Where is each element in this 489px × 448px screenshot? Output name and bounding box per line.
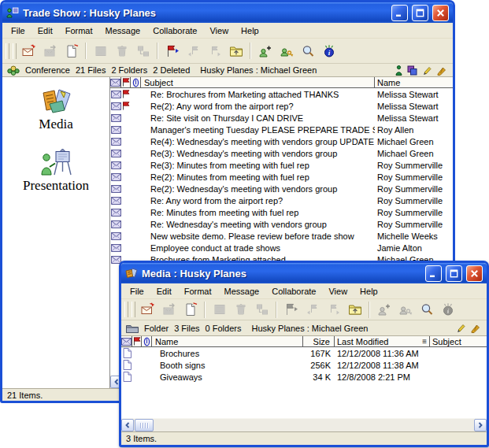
row-name: Brochures (152, 349, 303, 358)
maximize-button[interactable] (446, 265, 462, 282)
menu-view[interactable]: View (203, 24, 235, 37)
menu-file[interactable]: File (5, 24, 31, 37)
flag-button[interactable] (161, 42, 183, 61)
permissions-button[interactable] (276, 42, 297, 61)
new-document-button[interactable] (180, 300, 201, 319)
close-button[interactable] (466, 265, 483, 282)
toolbar-separator (369, 302, 370, 318)
permissions-icon (398, 302, 413, 317)
next-unread-button (204, 42, 225, 61)
maximize-button[interactable] (412, 5, 428, 21)
list-header: Subject Name (110, 77, 453, 88)
new-message-button[interactable] (137, 300, 158, 319)
menu-collaborate[interactable]: Collaborate (146, 24, 203, 37)
titlebar-media[interactable]: Media : Husky Planes (121, 263, 487, 283)
summary-bar: Conference 21 Files 2 Folders 2 Deleted … (2, 64, 453, 77)
scroll-left-button[interactable] (121, 419, 134, 431)
titlebar-trade-show[interactable]: Trade Show : Husky Planes (2, 2, 453, 23)
menu-message[interactable]: Message (218, 285, 266, 298)
column-header-attachment[interactable] (131, 77, 141, 88)
file-row[interactable]: Giveaways34 K12/8/2008 2:21 PM (121, 371, 487, 383)
message-row[interactable]: Re(4): Wednesday's meeting with vendors … (110, 135, 453, 147)
delete-icon (115, 44, 129, 58)
message-row[interactable]: Manager's meeting Tuesday PLEASE PREPARE… (110, 124, 453, 135)
column-header-modified[interactable]: Last Modified ≡ (335, 336, 430, 347)
message-row[interactable]: Re(2): Minutes from meeting with fuel re… (110, 171, 453, 183)
add-member-button (373, 300, 395, 319)
message-row[interactable]: Re(2): Wednesday's meeting with vendors … (110, 183, 453, 194)
message-row[interactable]: Re(3): Minutes from meeting with fuel re… (110, 159, 453, 171)
scrollbar-thumb[interactable] (135, 419, 154, 431)
message-row[interactable]: Re: Any word from the airport rep?Roy Su… (110, 194, 453, 206)
menu-message[interactable]: Message (99, 24, 147, 37)
menu-help[interactable]: Help (235, 24, 265, 37)
sidebar-item-label: Presentation (23, 178, 89, 194)
row-name: Booth signs (152, 361, 303, 370)
message-row[interactable]: Re: Minutes from meeting with fuel repRo… (110, 206, 453, 218)
menu-file[interactable]: File (124, 285, 150, 298)
add-member-button[interactable] (254, 42, 276, 61)
menu-view[interactable]: View (322, 285, 354, 298)
message-row[interactable]: Re: Brochures from Marketing attached TH… (110, 88, 453, 100)
column-header-message[interactable] (121, 336, 132, 347)
minimize-button[interactable] (425, 265, 442, 282)
menu-edit[interactable]: Edit (31, 24, 59, 37)
minimize-button[interactable] (391, 5, 408, 21)
column-header-size[interactable]: Size (303, 336, 335, 347)
column-header-subject[interactable]: Subject (141, 77, 375, 88)
row-subject: Re: Minutes from meeting with fuel rep (141, 208, 375, 217)
unsend-button (132, 42, 154, 61)
column-header-message[interactable] (110, 77, 121, 88)
row-name: Roy Summerville (375, 172, 453, 182)
message-row[interactable]: Re: Site visit on Thursday I CAN DRIVEMe… (110, 112, 453, 124)
document-icon (123, 348, 132, 358)
new-message-button[interactable] (18, 42, 39, 61)
scroll-right-button[interactable] (474, 419, 487, 431)
up-folder-button[interactable] (225, 42, 246, 61)
sidebar-item-presentation[interactable]: Presentation (23, 148, 89, 194)
row-name: Roy Summerville (375, 196, 453, 205)
previous-unread-icon (187, 44, 201, 58)
column-header-name[interactable]: Name (375, 77, 453, 88)
search-button[interactable] (297, 42, 318, 61)
column-header-subject[interactable]: Subject (430, 336, 487, 347)
toolbar-grip (132, 302, 135, 317)
message-row[interactable]: Re: Wednesday's meeting with vendors gro… (110, 218, 453, 230)
column-header-flag[interactable] (132, 336, 142, 347)
menu-collaborate[interactable]: Collaborate (265, 285, 322, 298)
menu-help[interactable]: Help (354, 285, 384, 298)
column-header-flag[interactable] (121, 77, 131, 88)
flag-icon (122, 78, 130, 87)
file-row[interactable]: Brochures167K12/12/2008 11:36 AM (121, 347, 487, 359)
message-row[interactable]: New website demo. Please review before t… (110, 230, 453, 242)
column-header-name[interactable]: Name (152, 336, 303, 347)
previous-unread-button (183, 42, 204, 61)
message-row[interactable]: Re(3): Wednesday's meeting with vendors … (110, 147, 453, 159)
new-document-button[interactable] (61, 42, 82, 61)
chevron-right-icon (477, 422, 483, 428)
column-header-attachment[interactable] (142, 336, 152, 347)
history-button[interactable]: i (318, 42, 339, 61)
row-subject: Re: Any word from the airport rep? (141, 196, 375, 205)
file-row[interactable]: Booth signs256K12/12/2008 11:38 AM (121, 359, 487, 371)
up-folder-button[interactable] (344, 300, 365, 319)
sidebar-item-media[interactable]: Media (38, 88, 74, 132)
row-name: Michelle Weeks (375, 231, 453, 241)
row-message-icon-cell (110, 232, 121, 240)
menu-format[interactable]: Format (59, 24, 99, 37)
message-row[interactable]: Employee conduct at trade showsJamie Alt… (110, 242, 453, 254)
layers-icon (407, 65, 417, 76)
summary-deleted: 2 Deleted (153, 65, 190, 75)
toolbar-separator (157, 43, 158, 59)
menu-edit[interactable]: Edit (150, 285, 178, 298)
summary-files: 21 Files (76, 65, 106, 75)
row-flag-cell (121, 102, 131, 110)
message-row[interactable]: Re(2): Any word from the airport rep?Mel… (110, 100, 453, 112)
menu-format[interactable]: Format (178, 285, 218, 298)
message-icon (111, 209, 121, 217)
menubar: FileEditFormatMessageCollaborateViewHelp (2, 23, 453, 39)
row-message-icon-cell (110, 161, 121, 169)
close-button[interactable] (432, 5, 449, 21)
message-icon (111, 197, 121, 205)
search-button[interactable] (416, 300, 437, 319)
